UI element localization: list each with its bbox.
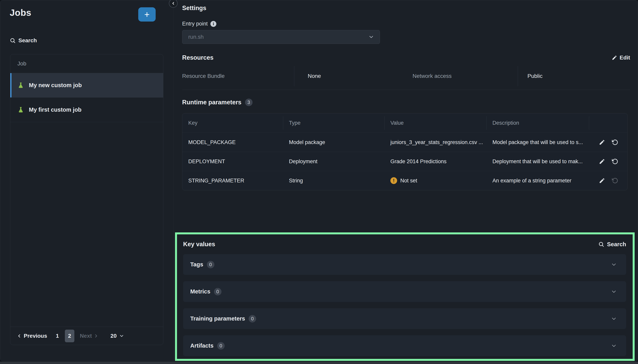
key-values-heading: Key values: [183, 241, 215, 248]
section-divider: [182, 90, 630, 90]
pencil-icon: [599, 178, 605, 184]
next-page-button[interactable]: Next: [80, 333, 99, 339]
edit-param-button[interactable]: [598, 177, 605, 184]
row-actions: [589, 171, 627, 190]
job-list-item-selected[interactable]: My new custom job: [10, 73, 163, 98]
add-job-button[interactable]: +: [138, 7, 156, 22]
job-list-column-header: Job: [10, 54, 163, 73]
settings-heading: Settings: [182, 4, 630, 12]
entry-point-value: run.sh: [188, 34, 204, 40]
accordion-count-badge: 0: [249, 315, 256, 322]
key-values-search-button[interactable]: Search: [598, 241, 626, 248]
column-header-key: Key: [182, 114, 283, 132]
param-value: Grade 2014 Predictions: [385, 152, 487, 171]
param-description: Deployment that will be used to mak...: [487, 152, 589, 171]
sidebar-search-label: Search: [19, 37, 37, 44]
sidebar-divider: [173, 0, 173, 361]
page-size-select[interactable]: 20: [111, 333, 124, 339]
page-1-button[interactable]: 1: [56, 333, 59, 339]
job-list-item[interactable]: My first custom job: [10, 98, 163, 122]
collapse-sidebar-button[interactable]: [169, 0, 178, 8]
horizontal-scrollbar[interactable]: [0, 362, 638, 364]
key-values-header-row: Key values Search: [183, 234, 626, 254]
pagination-bar: Previous 1 2 Next 20: [10, 327, 163, 345]
edit-param-button[interactable]: [598, 158, 605, 165]
search-icon: [10, 38, 16, 44]
previous-page-button[interactable]: Previous: [17, 333, 47, 339]
network-access-value: Public: [518, 66, 630, 86]
param-key: DEPLOYMENT: [182, 152, 283, 171]
entry-point-select[interactable]: run.sh: [182, 30, 380, 44]
previous-label: Previous: [24, 333, 47, 339]
column-header-description: Description: [487, 114, 589, 132]
param-value: juniors_3_year_stats_regression.csv ...: [385, 133, 487, 152]
accordion-metrics[interactable]: Metrics 0: [183, 281, 626, 302]
info-icon[interactable]: i: [210, 21, 216, 27]
column-header-type: Type: [283, 114, 385, 132]
column-header-value: Value: [385, 114, 487, 132]
chevron-right-icon: [94, 333, 99, 338]
table-header-row: Key Type Value Description: [182, 114, 627, 132]
resources-header-row: Resources Edit: [182, 54, 630, 61]
pencil-icon: [599, 139, 605, 146]
job-item-label: My new custom job: [29, 82, 82, 88]
entry-point-label: Entry point: [182, 21, 208, 27]
chevron-down-icon: [368, 34, 374, 40]
accordion-training-parameters[interactable]: Training parameters 0: [183, 308, 626, 329]
accordion-tags[interactable]: Tags 0: [183, 254, 626, 275]
undo-icon: [612, 139, 618, 146]
accordion-count-badge: 0: [217, 342, 225, 350]
param-value-warning: ! Not set: [385, 171, 487, 190]
runtime-parameters-header: Runtime parameters 3: [182, 98, 630, 106]
undo-icon: [612, 178, 618, 184]
edit-param-button[interactable]: [598, 139, 605, 146]
accordion-artifacts[interactable]: Artifacts 0: [183, 335, 626, 356]
table-row: STRING_PARAMETER String ! Not set An exa…: [182, 171, 627, 190]
pencil-icon: [599, 158, 605, 164]
resources-summary-row: Resource Bundle None Network access Publ…: [182, 66, 630, 86]
reset-param-button-disabled: [611, 177, 619, 184]
reset-param-button[interactable]: [611, 139, 619, 146]
chevron-down-icon: [611, 288, 617, 295]
page-size-value: 20: [111, 333, 117, 339]
edit-resources-button[interactable]: Edit: [612, 54, 630, 61]
sidebar-search-button[interactable]: Search: [10, 37, 37, 44]
job-detail-panel: Settings Entry point i run.sh Resources: [182, 0, 630, 190]
resource-bundle-value: None: [294, 66, 397, 86]
runtime-parameters-count-badge: 3: [245, 98, 252, 106]
key-values-search-label: Search: [607, 241, 626, 248]
reset-param-button[interactable]: [611, 158, 619, 165]
job-list-panel: Job My new custom job My first custom jo…: [10, 54, 163, 345]
table-body: MODEL_PACKAGE Model package juniors_3_ye…: [182, 132, 627, 190]
runtime-parameters-table: Key Type Value Description MODEL_PACKAGE…: [182, 113, 627, 190]
flask-icon: [18, 82, 24, 89]
sidebar-header: Jobs +: [10, 7, 164, 22]
job-list-empty-space: [10, 122, 163, 327]
accordion-label: Metrics: [190, 288, 210, 295]
accordion-label: Tags: [190, 261, 203, 268]
search-icon: [598, 241, 604, 247]
chevron-down-icon: [611, 262, 617, 268]
param-type: Model package: [283, 133, 385, 152]
accordion-label: Training parameters: [190, 316, 245, 322]
page-2-button-current[interactable]: 2: [65, 330, 74, 342]
param-description: An example of a string parameter: [487, 171, 589, 190]
plus-icon: +: [144, 10, 150, 19]
next-label: Next: [80, 333, 92, 339]
accordion-label: Artifacts: [190, 342, 214, 349]
undo-icon: [612, 158, 618, 164]
key-values-section-highlighted: Key values Search Tags 0: [175, 232, 635, 361]
network-access-label: Network access: [397, 66, 518, 86]
flask-icon: [18, 106, 24, 114]
param-description: Model package that will be used to s...: [487, 133, 589, 152]
edit-label: Edit: [619, 54, 630, 61]
chevron-left-icon: [17, 333, 22, 338]
chevron-left-icon: [171, 1, 175, 6]
table-row: DEPLOYMENT Deployment Grade 2014 Predict…: [182, 152, 627, 171]
resource-bundle-label: Resource Bundle: [182, 66, 294, 86]
pencil-icon: [612, 55, 617, 60]
chevron-down-icon: [611, 343, 617, 349]
app-window: Jobs + Search Job My new custom: [0, 0, 638, 361]
chevron-down-icon: [611, 316, 617, 322]
job-item-label: My first custom job: [29, 106, 82, 113]
